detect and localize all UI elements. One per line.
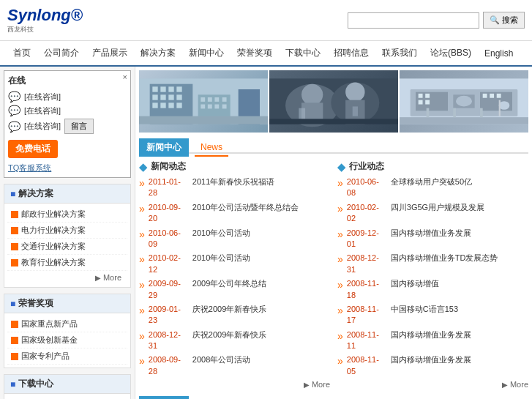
- free-phone-button[interactable]: 免费电话: [8, 140, 58, 158]
- search-button[interactable]: 🔍 搜索: [483, 12, 525, 29]
- news-link-8[interactable]: 2008年公司活动: [192, 354, 250, 365]
- nav-item-solutions[interactable]: 解决方案: [135, 45, 181, 61]
- svg-rect-18: [222, 97, 227, 102]
- bullet-icon: [11, 211, 18, 218]
- widget-title: 在线: [8, 75, 127, 87]
- bullet-icon: »: [337, 279, 343, 291]
- svg-rect-7: [160, 94, 165, 100]
- bullet-icon: »: [337, 330, 343, 342]
- sidebar-downloads: ■ 下载中心 西龙科技TS53: [4, 374, 131, 399]
- news-link-5[interactable]: 2009年公司年终总结: [192, 278, 266, 289]
- search-area: 🔍 搜索: [348, 12, 525, 29]
- bullet-icon: [11, 227, 18, 234]
- svg-rect-4: [168, 86, 173, 92]
- news-link-1[interactable]: 2011年新春快乐祝福语: [192, 176, 274, 187]
- search-btn-label: 搜索: [502, 15, 518, 26]
- nav-item-awards[interactable]: 荣誉奖项: [231, 45, 278, 61]
- sidebar-item-solutions-2[interactable]: 电力行业解决方案: [7, 223, 127, 239]
- main-content-area: 新闻中心 News ◆ 新闻动态 » 2011-01-28 2011年新春快乐祝…: [135, 67, 532, 399]
- navigation-bar: 首页 公司简介 产品展示 解决方案 新闻中心 荣誉奖项 下载中心 招聘信息 联系…: [0, 41, 532, 67]
- news-more-left[interactable]: ▶ More: [139, 380, 330, 389]
- tq-system-link[interactable]: TQ客服系统: [8, 163, 51, 172]
- sidebar: × 在线 💬 [在线咨询] 💬 [在线咨询] 💬 [在线咨询] 留言 免费电话: [0, 67, 135, 399]
- news-date-6: 2009-01-23: [149, 304, 189, 327]
- online-consult-1[interactable]: [在线咨询]: [24, 92, 61, 102]
- news-ind-link-3[interactable]: 国内移动增值业务发展: [391, 228, 471, 239]
- nav-item-recruitment[interactable]: 招聘信息: [328, 45, 375, 61]
- svg-rect-46: [490, 94, 494, 98]
- news-icon-right: ◆: [337, 161, 345, 173]
- news-ind-link-7[interactable]: 国内移动增值业务发展: [391, 329, 471, 340]
- svg-rect-24: [139, 116, 268, 124]
- news-ind-link-6[interactable]: 中国移动C语言153: [391, 304, 458, 315]
- solutions-more[interactable]: ▶ More: [7, 271, 127, 284]
- news-item-1: » 2011-01-28 2011年新春快乐祝福语: [139, 176, 330, 199]
- news-date-5: 2009-09-29: [149, 278, 189, 301]
- bullet-icon: »: [139, 253, 145, 265]
- bullet-icon: »: [337, 253, 343, 265]
- online-consult-2[interactable]: [在线咨询]: [24, 105, 61, 116]
- sidebar-item-awards-2[interactable]: 国家级创新基金: [7, 332, 127, 348]
- bullet-icon: [11, 243, 18, 250]
- sidebar-item-solutions-3[interactable]: 交通行业解决方案: [7, 239, 127, 255]
- news-ind-link-2[interactable]: 四川3G5G用户规模及发展: [391, 202, 484, 213]
- news-date-2: 2010-09-20: [149, 202, 189, 225]
- news-ind-link-1[interactable]: 全球移动用户突破50亿: [391, 176, 472, 187]
- news-link-6[interactable]: 庆祝2009年新春快乐: [192, 304, 266, 315]
- svg-rect-15: [201, 97, 205, 102]
- downloads-icon: ■: [10, 379, 15, 389]
- logo-main: Synlong®: [7, 6, 83, 25]
- news-date-8: 2008-09-28: [149, 354, 189, 377]
- news-more-right[interactable]: ▶ More: [337, 380, 528, 389]
- bullet-icon: »: [139, 177, 145, 189]
- svg-rect-45: [483, 94, 487, 98]
- message-button[interactable]: 留言: [64, 119, 94, 134]
- news-ind-link-8[interactable]: 国内移动增值业务发展: [391, 354, 471, 365]
- svg-rect-41: [425, 100, 430, 105]
- nav-item-bbs[interactable]: 论坛(BBS): [424, 45, 477, 61]
- nav-item-news[interactable]: 新闻中心: [183, 45, 230, 61]
- search-icon: 🔍: [490, 15, 500, 25]
- news-industry-item-8: » 2008-11-05 国内移动增值业务发展: [337, 354, 528, 377]
- news-industry-item-6: » 2008-11-17 中国移动C语言153: [337, 304, 528, 327]
- nav-item-products[interactable]: 产品展示: [86, 45, 133, 61]
- sidebar-item-solutions-1[interactable]: 邮政行业解决方案: [7, 206, 127, 223]
- news-ind-link-4[interactable]: 国内移动增值业务TD发展态势: [391, 253, 498, 264]
- sidebar-downloads-body: 西龙科技TS53: [4, 394, 130, 399]
- news-ind-link-5[interactable]: 国内移动增值: [391, 278, 439, 289]
- close-icon[interactable]: ×: [123, 72, 127, 81]
- awards-title: 荣誉奖项: [18, 297, 53, 310]
- product-tab-row: 产品展示 Product: [139, 396, 528, 399]
- bullet-icon: »: [139, 279, 145, 291]
- nav-item-english[interactable]: English: [479, 46, 519, 61]
- nav-item-home[interactable]: 首页: [7, 45, 37, 61]
- news-link-3[interactable]: 2010年公司活动: [192, 228, 250, 239]
- news-link-7[interactable]: 庆祝2009年新春快乐: [192, 329, 266, 340]
- search-input[interactable]: [348, 12, 479, 29]
- svg-rect-47: [497, 94, 501, 98]
- solutions-title: 解决方案: [18, 187, 53, 200]
- news-tab-label: 新闻中心: [139, 138, 189, 157]
- bullet-icon: »: [337, 177, 343, 189]
- svg-point-43: [456, 96, 472, 107]
- sidebar-item-awards-3[interactable]: 国家专利产品: [7, 348, 127, 365]
- nav-item-contact[interactable]: 联系我们: [376, 45, 423, 61]
- nav-item-downloads[interactable]: 下载中心: [280, 45, 326, 61]
- news-ind-date-2: 2010-02-02: [347, 202, 387, 225]
- news-ind-date-7: 2008-11-11: [347, 329, 387, 352]
- sidebar-item-awards-1[interactable]: 国家重点新产品: [7, 316, 127, 332]
- sidebar-solutions-header: ■ 解决方案: [4, 184, 130, 204]
- news-link-2[interactable]: 2010年公司活动暨年终总结会: [192, 202, 299, 213]
- online-consult-3[interactable]: [在线咨询]: [24, 121, 61, 132]
- svg-rect-40: [419, 100, 423, 105]
- news-link-4[interactable]: 2010年公司活动: [192, 253, 250, 264]
- news-date-4: 2010-02-12: [149, 253, 189, 275]
- bullet-icon: [11, 353, 18, 360]
- news-date-1: 2011-01-28: [149, 176, 189, 199]
- qq-icon-2: 💬: [8, 105, 20, 116]
- logo: Synlong® 西龙科技: [7, 6, 83, 34]
- nav-item-about[interactable]: 公司简介: [38, 45, 85, 61]
- svg-rect-19: [201, 105, 205, 109]
- news-area: ◆ 新闻动态 » 2011-01-28 2011年新春快乐祝福语 » 2010-…: [139, 160, 528, 389]
- sidebar-item-solutions-4[interactable]: 教育行业解决方案: [7, 255, 127, 271]
